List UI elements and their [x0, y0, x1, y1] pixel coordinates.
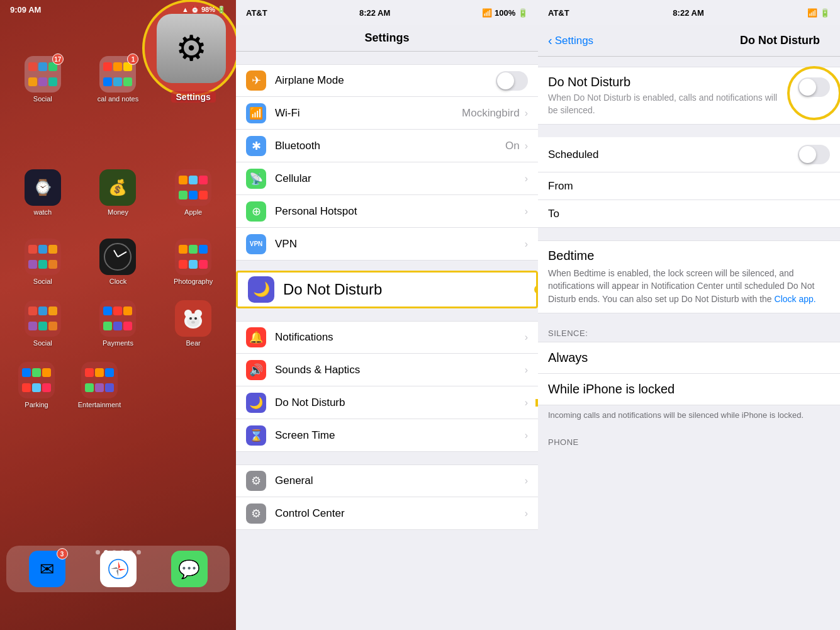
settings-carrier: AT&T [246, 8, 267, 18]
app-watch[interactable]: ⌚ watch [18, 169, 68, 216]
settings-row-vpn[interactable]: VPN VPN › [236, 228, 538, 261]
settings-title: Settings [364, 31, 409, 44]
app-bear[interactable]: Bear [168, 300, 218, 347]
app-cal-notes[interactable]: 1 cal and notes [92, 56, 143, 103]
settings-row-dnd[interactable]: 🌙 Do Not Disturb › [236, 386, 538, 419]
dnd-to-row[interactable]: To [538, 200, 840, 228]
dnd-list-label: Do Not Disturb [275, 397, 525, 409]
app-money[interactable]: 💰 Money [92, 169, 143, 216]
silence-locked-row[interactable]: While iPhone is locked [538, 374, 840, 405]
screentime-icon: ⌛ [246, 425, 266, 446]
settings-row-wifi[interactable]: 📶 Wi-Fi Mockingbird › [236, 97, 538, 130]
dnd-battery-icons: 📶 🔋 [807, 8, 830, 18]
wifi-value: Mockingbird [462, 107, 520, 120]
wifi-chevron: › [525, 108, 528, 119]
general-chevron: › [525, 475, 528, 487]
dnd-highlight-area: 🌙 Do Not Disturb [236, 271, 538, 308]
silence-section-label: SILENCE: [538, 326, 840, 342]
dnd-highlight-row[interactable]: 🌙 Do Not Disturb [236, 271, 538, 308]
settings-row-screentime[interactable]: ⌛ Screen Time › [236, 419, 538, 452]
sounds-chevron: › [525, 364, 528, 376]
settings-row-hotspot[interactable]: ⊕ Personal Hotspot › [236, 195, 538, 228]
always-label: Always [548, 351, 588, 364]
from-label: From [548, 180, 573, 193]
airplane-label: Airplane Mode [275, 74, 496, 87]
dnd-page-title: Do Not Disturb [593, 34, 830, 47]
settings-row-sounds[interactable]: 🔊 Sounds & Haptics › [236, 354, 538, 386]
airplane-icon: ✈ [246, 70, 266, 91]
scheduled-toggle[interactable] [798, 145, 830, 164]
dnd-time: 8:22 AM [673, 8, 703, 18]
bluetooth-icon: ✱ [246, 136, 266, 156]
svg-point-4 [189, 317, 192, 320]
dock-mail[interactable]: ✉ 3 [22, 551, 72, 587]
dnd-scheduled-row[interactable]: Scheduled [538, 137, 840, 172]
dnd-content-area: Do Not Disturb When Do Not Disturb is en… [538, 57, 840, 630]
app-social-folder[interactable]: 17 Social [18, 56, 68, 103]
settings-battery: 📶 100% 🔋 [482, 8, 528, 18]
settings-row-bluetooth[interactable]: ✱ Bluetooth On › [236, 130, 538, 162]
clock-app-link[interactable]: Clock app. [775, 294, 816, 304]
mail-badge: 3 [57, 548, 68, 560]
bluetooth-value: On [505, 140, 520, 152]
settings-group-network: ✈ Airplane Mode 📶 Wi-Fi Mockingbird › ✱ … [236, 64, 538, 261]
app-social2[interactable]: Social [18, 239, 68, 285]
calnotes-badge: 1 [127, 53, 138, 65]
dnd-main-section: Do Not Disturb When Do Not Disturb is en… [538, 67, 840, 125]
dnd-back-button[interactable]: ‹ Settings [548, 33, 593, 48]
settings-row-general[interactable]: ⚙ General › [236, 464, 538, 497]
phone-section-label: PHONE [538, 435, 840, 451]
silence-always-row[interactable]: Always [538, 342, 840, 374]
app-apple[interactable]: Apple [168, 169, 218, 216]
screentime-chevron: › [525, 430, 528, 441]
dnd-bedtime-section: Bedtime When Bedtime is enabled, the loc… [538, 240, 840, 313]
svg-point-1 [184, 310, 192, 317]
dnd-carrier: AT&T [548, 8, 569, 18]
app-social3[interactable]: Social [18, 300, 68, 347]
home-row-2: ⌚ watch 💰 Money Apple [5, 114, 231, 221]
dnd-from-row[interactable]: From [538, 172, 840, 200]
home-status-icons: ▲ ⏰ 98% 🔋 [182, 6, 226, 14]
cellular-icon: 📡 [246, 169, 266, 189]
back-label: Settings [555, 35, 593, 47]
dnd-toggle-wrap [798, 77, 830, 97]
settings-nav-bar: Settings [236, 25, 538, 52]
svg-point-6 [191, 321, 195, 323]
settings-row-notifications[interactable]: 🔔 Notifications › [236, 321, 538, 354]
dock-messages[interactable]: 💬 [164, 551, 215, 587]
settings-status-bar: AT&T 8:22 AM 📶 100% 🔋 [236, 0, 538, 25]
settings-group-general: ⚙ General › ⚙ Control Center › [236, 464, 538, 530]
hotspot-icon: ⊕ [246, 201, 266, 222]
notifications-icon: 🔔 [246, 327, 266, 347]
dnd-list-chevron: › [525, 397, 528, 408]
home-time: 9:09 AM [10, 5, 41, 14]
dock-safari[interactable] [93, 551, 143, 587]
control-icon: ⚙ [246, 503, 266, 524]
app-clock[interactable]: Clock [92, 239, 143, 285]
app-parking[interactable]: Parking [11, 362, 62, 408]
settings-row-airplane[interactable]: ✈ Airplane Mode [236, 64, 538, 97]
while-locked-label: While iPhone is locked [548, 382, 675, 396]
settings-row-cellular[interactable]: 📡 Cellular › [236, 162, 538, 195]
while-locked-desc: Incoming calls and notifications will be… [538, 405, 840, 422]
svg-point-2 [194, 310, 202, 317]
settings-row-control[interactable]: ⚙ Control Center › [236, 497, 538, 530]
app-settings-top[interactable]: ⚙ Settings [168, 25, 218, 103]
bluetooth-chevron: › [525, 140, 528, 152]
dnd-main-title: Do Not Disturb [548, 75, 788, 89]
dnd-row-dot [535, 399, 538, 407]
airplane-toggle[interactable] [496, 71, 528, 91]
vpn-chevron: › [525, 239, 528, 250]
settings-list: ✈ Airplane Mode 📶 Wi-Fi Mockingbird › ✱ … [236, 52, 538, 630]
panel-home-screen: 9:09 AM ▲ ⏰ 98% 🔋 17 Social [0, 0, 236, 630]
app-photography[interactable]: Photography [168, 239, 218, 285]
dnd-highlight-label: Do Not Disturb [283, 281, 382, 298]
app-entertainment[interactable]: Entertainment [74, 362, 125, 408]
app-payments[interactable]: Payments [92, 300, 143, 347]
dnd-status-bar: AT&T 8:22 AM 📶 🔋 [538, 0, 840, 25]
wifi-label: Wi-Fi [275, 107, 462, 120]
back-chevron-icon: ‹ [548, 33, 552, 48]
dnd-toggle[interactable] [798, 77, 830, 97]
vpn-icon: VPN [246, 234, 266, 254]
control-label: Control Center [275, 507, 525, 520]
